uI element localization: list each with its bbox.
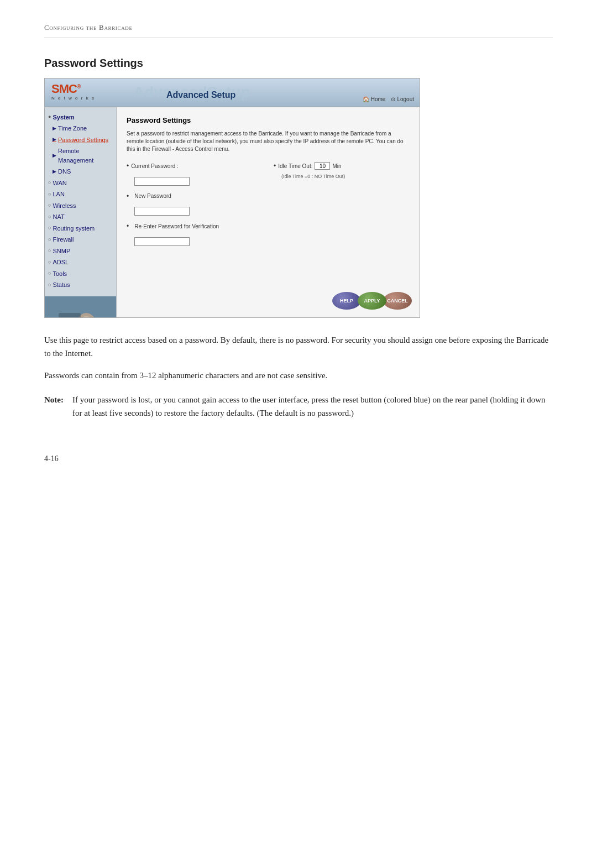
note-label: Note: <box>44 393 64 420</box>
remote-arrow: ▶ <box>53 152 56 160</box>
firewall-bullet: ○ <box>48 236 51 244</box>
doc-note: Note: If your password is lost, or you c… <box>44 393 553 420</box>
sidebar-item-lan[interactable]: ○ LAN <box>45 189 116 200</box>
timezone-arrow: ▶ <box>53 125 56 133</box>
routing-bullet: ○ <box>48 224 51 232</box>
header-title: Configuring the Barricade <box>44 23 133 32</box>
page-footer: 4-16 <box>44 453 553 464</box>
system-bullet: ● <box>48 113 51 121</box>
router-header: SMC® N e t w o r k s AdvancedSetup Advan… <box>45 79 420 107</box>
sidebar-item-wan[interactable]: ○ WAN <box>45 177 116 189</box>
logout-link[interactable]: ⊙ Logout <box>391 95 414 103</box>
reenter-password-input[interactable] <box>134 237 190 246</box>
new-password-label: New Password <box>134 192 201 200</box>
password-arrow: ▶ <box>53 136 56 144</box>
form-area: • Current Password : • New Password <box>127 161 410 246</box>
advanced-setup-fg: Advanced Setup <box>166 88 235 102</box>
note-body: If your password is lost, or you cannot … <box>72 393 553 420</box>
reenter-password-label: Re-Enter Password for Verification <box>134 222 219 231</box>
logout-icon: ⊙ <box>391 95 395 103</box>
reenter-password-row: • Re-Enter Password for Verification <box>127 221 263 231</box>
sidebar-item-tools[interactable]: ○ Tools <box>45 268 116 280</box>
doc-text: Use this page to restrict access based o… <box>44 333 553 420</box>
current-password-row: • Current Password : <box>127 161 263 171</box>
router-body: ● System ▶ Time Zone ▶ Password Settings… <box>45 107 420 317</box>
help-button[interactable]: HELP <box>332 292 361 310</box>
smc-networks: N e t w o r k s <box>51 95 95 102</box>
sidebar-item-routing[interactable]: ○ Routing system <box>45 223 116 234</box>
sidebar-item-nat[interactable]: ○ NAT <box>45 211 116 223</box>
sidebar-item-wireless[interactable]: ○ Wireless <box>45 200 116 212</box>
sidebar-item-adsl[interactable]: ○ ADSL <box>45 257 116 268</box>
form-left: • Current Password : • New Password <box>127 161 263 246</box>
new-password-row: • New Password <box>127 191 263 201</box>
sidebar-item-firewall[interactable]: ○ Firewall <box>45 234 116 245</box>
snmp-bullet: ○ <box>48 247 51 255</box>
nat-bullet: ○ <box>48 213 51 221</box>
wan-bullet: ○ <box>48 179 51 187</box>
current-password-input[interactable] <box>134 177 190 186</box>
sidebar-item-timezone[interactable]: ▶ Time Zone <box>45 123 116 134</box>
section-title: Password Settings <box>44 55 553 71</box>
button-row: HELP APPLY CANCEL <box>336 292 412 310</box>
smc-logo-text: SMC® <box>51 83 80 95</box>
apply-button[interactable]: APPLY <box>358 292 386 310</box>
current-password-label: • Current Password : <box>127 161 193 171</box>
page-number: 4-16 <box>44 454 59 463</box>
dns-arrow: ▶ <box>53 168 56 176</box>
home-icon: 🏠 <box>363 95 369 103</box>
svg-rect-0 <box>45 296 117 317</box>
tools-bullet: ○ <box>48 270 51 278</box>
smc-logo: SMC® N e t w o r k s <box>51 83 95 102</box>
sidebar-item-status[interactable]: ○ Status <box>45 279 116 291</box>
sidebar-item-remote[interactable]: ▶ Remote Management <box>45 145 116 166</box>
sidebar-item-snmp[interactable]: ○ SNMP <box>45 245 116 257</box>
paragraph-2: Passwords can contain from 3–12 alphanum… <box>44 369 553 382</box>
page-header: Configuring the Barricade <box>44 22 553 38</box>
wireless-bullet: ○ <box>48 202 51 210</box>
idle-timeout-input[interactable] <box>315 162 330 170</box>
sidebar-image <box>45 296 117 317</box>
sidebar-item-password[interactable]: ▶ Password Settings <box>45 134 116 146</box>
idle-timeout-row: • Idle Time Out: Min <box>274 161 410 171</box>
header-nav: 🏠 Home ⊙ Logout <box>363 95 414 103</box>
adsl-bullet: ○ <box>48 259 51 266</box>
sidebar: ● System ▶ Time Zone ▶ Password Settings… <box>45 107 117 317</box>
cancel-button[interactable]: CANCEL <box>383 292 412 310</box>
sidebar-item-system[interactable]: ● System <box>45 112 116 123</box>
paragraph-1: Use this page to restrict access based o… <box>44 333 553 360</box>
idle-note: (Idle Time =0 : NO Time Out) <box>281 173 410 181</box>
router-ui: SMC® N e t w o r k s AdvancedSetup Advan… <box>44 78 420 318</box>
new-password-input[interactable] <box>134 207 190 216</box>
lan-bullet: ○ <box>48 191 51 198</box>
form-right: • Idle Time Out: Min (Idle Time =0 : NO … <box>274 161 410 246</box>
main-content: Password Settings Set a password to rest… <box>117 107 420 317</box>
home-link[interactable]: 🏠 Home <box>363 95 386 103</box>
form-title: Password Settings <box>127 115 410 126</box>
sidebar-item-dns[interactable]: ▶ DNS <box>45 166 116 177</box>
status-bullet: ○ <box>48 281 51 289</box>
svg-rect-5 <box>59 313 81 317</box>
form-description: Set a password to restrict management ac… <box>127 130 410 153</box>
